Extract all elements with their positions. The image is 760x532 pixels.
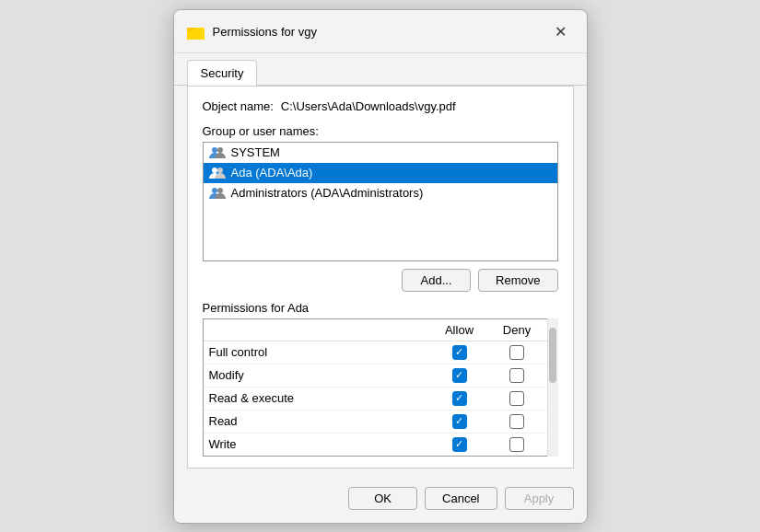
perm-read-deny-checkbox[interactable]: [509, 414, 524, 429]
svg-point-3: [217, 147, 223, 153]
perm-row-read: Read: [204, 411, 557, 434]
object-name-value: C:\Users\Ada\Downloads\vgy.pdf: [281, 99, 456, 113]
perm-read-allow: [427, 414, 492, 429]
permissions-label: Permissions for Ada: [203, 301, 558, 315]
perm-header-allow: Allow: [427, 323, 492, 337]
ok-button[interactable]: OK: [348, 487, 417, 510]
perm-modify-deny: [492, 368, 543, 383]
perm-header-deny: Deny: [492, 323, 543, 337]
svg-point-6: [212, 188, 217, 193]
perm-write-allow: [427, 437, 492, 452]
add-remove-row: Add... Remove: [203, 269, 558, 292]
perm-row-fullcontrol: Full control: [204, 341, 557, 364]
svg-point-5: [217, 168, 223, 173]
user-admins-label: Administrators (ADA\Administrators): [231, 186, 424, 200]
permissions-section: Allow Deny Full control Modify: [203, 318, 558, 457]
remove-button[interactable]: Remove: [478, 269, 557, 292]
perm-modify-label: Modify: [209, 368, 427, 382]
perm-fullcontrol-allow: [427, 345, 492, 360]
permissions-dialog: Permissions for vgy ✕ Security Object na…: [173, 9, 588, 524]
tab-security[interactable]: Security: [187, 60, 258, 86]
title-bar: Permissions for vgy ✕: [174, 10, 587, 53]
folder-icon: [187, 24, 205, 40]
svg-point-2: [212, 147, 217, 153]
perm-readexecute-deny: [492, 391, 543, 406]
perm-modify-allow: [427, 368, 492, 383]
admin-user-icon: [209, 186, 226, 201]
perm-write-label: Write: [209, 437, 427, 451]
perm-write-allow-checkbox[interactable]: [452, 437, 467, 452]
perm-row-modify: Modify: [204, 364, 557, 387]
permissions-table: Allow Deny Full control Modify: [203, 318, 558, 457]
perm-row-write: Write: [204, 434, 557, 456]
user-item-ada[interactable]: Ada (ADA\Ada): [204, 163, 557, 183]
apply-button[interactable]: Apply: [505, 487, 574, 510]
permissions-header: Allow Deny: [204, 319, 557, 341]
perm-row-readexecute: Read & execute: [204, 387, 557, 411]
perm-read-allow-checkbox[interactable]: [452, 414, 467, 429]
dialog-title: Permissions for vgy: [213, 25, 548, 39]
ada-user-icon: [209, 166, 226, 180]
perm-fullcontrol-label: Full control: [209, 345, 427, 359]
perm-read-deny: [492, 414, 543, 429]
perm-fullcontrol-allow-checkbox[interactable]: [452, 345, 467, 360]
user-item-administrators[interactable]: Administrators (ADA\Administrators): [204, 183, 557, 203]
scrollbar-track[interactable]: [547, 318, 558, 457]
perm-modify-deny-checkbox[interactable]: [509, 368, 524, 383]
add-button[interactable]: Add...: [402, 269, 471, 292]
users-list[interactable]: SYSTEM Ada (ADA\Ada) Administrat: [203, 142, 558, 261]
close-button[interactable]: ✕: [548, 19, 574, 45]
system-user-icon: [209, 145, 226, 160]
object-name-row: Object name: C:\Users\Ada\Downloads\vgy.…: [203, 99, 558, 113]
perm-modify-allow-checkbox[interactable]: [452, 368, 467, 383]
footer: OK Cancel Apply: [174, 480, 587, 523]
perm-readexecute-allow-checkbox[interactable]: [452, 391, 467, 406]
perm-write-deny-checkbox[interactable]: [509, 437, 524, 452]
svg-rect-1: [187, 28, 194, 30]
cancel-button[interactable]: Cancel: [425, 487, 497, 510]
user-item-system[interactable]: SYSTEM: [204, 143, 557, 163]
perm-read-label: Read: [209, 414, 427, 428]
svg-point-7: [217, 188, 223, 193]
content-area: Object name: C:\Users\Ada\Downloads\vgy.…: [187, 86, 574, 468]
user-system-label: SYSTEM: [231, 145, 280, 159]
perm-fullcontrol-deny-checkbox[interactable]: [509, 345, 524, 360]
object-name-label: Object name:: [203, 99, 274, 113]
perm-readexecute-allow: [427, 391, 492, 406]
perm-write-deny: [492, 437, 543, 452]
perm-readexecute-label: Read & execute: [209, 391, 427, 405]
user-ada-label: Ada (ADA\Ada): [231, 166, 313, 179]
group-label: Group or user names:: [203, 124, 558, 138]
tab-bar: Security: [174, 53, 587, 86]
svg-point-4: [212, 168, 217, 173]
scrollbar-thumb[interactable]: [549, 328, 556, 383]
perm-readexecute-deny-checkbox[interactable]: [509, 391, 524, 406]
perm-fullcontrol-deny: [492, 345, 543, 360]
